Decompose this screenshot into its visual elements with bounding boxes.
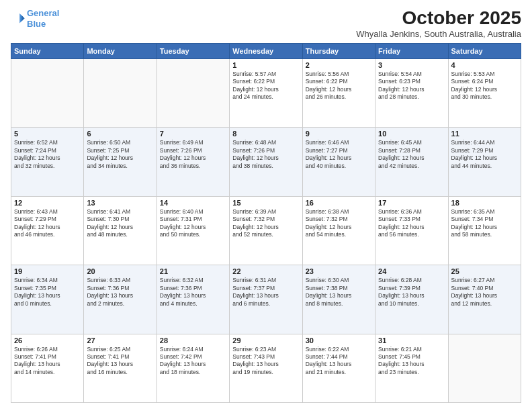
calendar-week-row: 19Sunrise: 6:34 AM Sunset: 7:35 PM Dayli… (11, 265, 521, 334)
day-info: Sunrise: 6:44 AM Sunset: 7:29 PM Dayligh… (451, 139, 518, 170)
day-number: 9 (306, 130, 372, 138)
calendar-cell: 24Sunrise: 6:28 AM Sunset: 7:39 PM Dayli… (375, 265, 448, 334)
calendar-week-row: 5Sunrise: 6:52 AM Sunset: 7:24 PM Daylig… (11, 128, 521, 196)
day-info: Sunrise: 6:30 AM Sunset: 7:38 PM Dayligh… (306, 277, 372, 308)
weekday-header-row: SundayMondayTuesdayWednesdayThursdayFrid… (11, 43, 521, 58)
location-subtitle: Whyalla Jenkins, South Australia, Austra… (356, 29, 521, 39)
day-number: 15 (232, 199, 299, 207)
logo-general: General (27, 8, 59, 18)
day-info: Sunrise: 6:26 AM Sunset: 7:41 PM Dayligh… (14, 346, 81, 377)
calendar-cell: 6Sunrise: 6:50 AM Sunset: 7:25 PM Daylig… (84, 128, 157, 196)
day-info: Sunrise: 6:41 AM Sunset: 7:30 PM Dayligh… (87, 208, 153, 239)
calendar-cell: 5Sunrise: 6:52 AM Sunset: 7:24 PM Daylig… (11, 128, 84, 196)
month-title: October 2025 (356, 8, 521, 29)
calendar-cell: 3Sunrise: 5:54 AM Sunset: 6:23 PM Daylig… (375, 58, 448, 127)
day-info: Sunrise: 6:31 AM Sunset: 7:37 PM Dayligh… (232, 277, 299, 308)
calendar-cell: 2Sunrise: 5:56 AM Sunset: 6:22 PM Daylig… (302, 58, 375, 127)
calendar-cell: 29Sunrise: 6:23 AM Sunset: 7:43 PM Dayli… (230, 334, 302, 402)
calendar-cell: 7Sunrise: 6:49 AM Sunset: 7:26 PM Daylig… (157, 128, 229, 196)
calendar-cell: 22Sunrise: 6:31 AM Sunset: 7:37 PM Dayli… (230, 265, 302, 334)
calendar-week-row: 26Sunrise: 6:26 AM Sunset: 7:41 PM Dayli… (11, 334, 521, 402)
calendar-week-row: 1Sunrise: 5:57 AM Sunset: 6:22 PM Daylig… (11, 58, 521, 127)
calendar-cell: 10Sunrise: 6:45 AM Sunset: 7:28 PM Dayli… (375, 128, 448, 196)
day-info: Sunrise: 6:36 AM Sunset: 7:33 PM Dayligh… (378, 208, 445, 239)
day-info: Sunrise: 6:52 AM Sunset: 7:24 PM Dayligh… (14, 139, 81, 170)
day-info: Sunrise: 6:23 AM Sunset: 7:43 PM Dayligh… (232, 346, 299, 377)
calendar-week-row: 12Sunrise: 6:43 AM Sunset: 7:29 PM Dayli… (11, 196, 521, 265)
day-info: Sunrise: 6:21 AM Sunset: 7:45 PM Dayligh… (378, 346, 445, 377)
weekday-header-saturday: Saturday (448, 43, 521, 58)
logo: General Blue (11, 8, 59, 29)
day-info: Sunrise: 6:28 AM Sunset: 7:39 PM Dayligh… (378, 277, 445, 308)
calendar-cell: 16Sunrise: 6:38 AM Sunset: 7:32 PM Dayli… (302, 196, 375, 265)
day-number: 30 (306, 336, 372, 345)
day-number: 14 (160, 199, 226, 207)
day-info: Sunrise: 6:46 AM Sunset: 7:27 PM Dayligh… (306, 139, 372, 170)
day-number: 19 (14, 267, 81, 275)
day-number: 16 (306, 199, 372, 207)
weekday-header-tuesday: Tuesday (157, 43, 229, 58)
day-info: Sunrise: 6:50 AM Sunset: 7:25 PM Dayligh… (87, 139, 153, 170)
day-number: 6 (87, 130, 153, 138)
day-info: Sunrise: 6:43 AM Sunset: 7:29 PM Dayligh… (14, 208, 81, 239)
day-info: Sunrise: 6:38 AM Sunset: 7:32 PM Dayligh… (306, 208, 372, 239)
day-info: Sunrise: 5:53 AM Sunset: 6:24 PM Dayligh… (451, 71, 518, 101)
day-number: 3 (378, 61, 445, 69)
day-number: 2 (306, 61, 372, 69)
day-number: 8 (232, 130, 299, 138)
day-number: 13 (87, 199, 153, 207)
day-info: Sunrise: 6:33 AM Sunset: 7:36 PM Dayligh… (87, 277, 153, 308)
day-info: Sunrise: 5:57 AM Sunset: 6:22 PM Dayligh… (232, 71, 299, 101)
day-number: 12 (14, 199, 81, 207)
day-number: 11 (451, 130, 518, 138)
title-section: October 2025 Whyalla Jenkins, South Aust… (356, 8, 521, 39)
day-number: 5 (14, 130, 81, 138)
logo-blue: Blue (27, 19, 46, 29)
logo-text: General Blue (27, 8, 59, 29)
calendar-cell: 20Sunrise: 6:33 AM Sunset: 7:36 PM Dayli… (84, 265, 157, 334)
calendar-cell: 9Sunrise: 6:46 AM Sunset: 7:27 PM Daylig… (302, 128, 375, 196)
day-info: Sunrise: 6:34 AM Sunset: 7:35 PM Dayligh… (14, 277, 81, 308)
calendar-cell: 15Sunrise: 6:39 AM Sunset: 7:32 PM Dayli… (230, 196, 302, 265)
calendar-cell (157, 58, 229, 127)
day-info: Sunrise: 6:25 AM Sunset: 7:41 PM Dayligh… (87, 346, 153, 377)
calendar-cell: 4Sunrise: 5:53 AM Sunset: 6:24 PM Daylig… (448, 58, 521, 127)
calendar-cell (448, 334, 521, 402)
page: General Blue October 2025 Whyalla Jenkin… (0, 0, 532, 411)
day-number: 1 (232, 61, 299, 69)
day-info: Sunrise: 6:49 AM Sunset: 7:26 PM Dayligh… (160, 139, 226, 170)
day-info: Sunrise: 5:54 AM Sunset: 6:23 PM Dayligh… (378, 71, 445, 101)
calendar-cell: 23Sunrise: 6:30 AM Sunset: 7:38 PM Dayli… (302, 265, 375, 334)
calendar-cell: 13Sunrise: 6:41 AM Sunset: 7:30 PM Dayli… (84, 196, 157, 265)
calendar-cell: 17Sunrise: 6:36 AM Sunset: 7:33 PM Dayli… (375, 196, 448, 265)
day-info: Sunrise: 6:22 AM Sunset: 7:44 PM Dayligh… (306, 346, 372, 377)
calendar-cell: 1Sunrise: 5:57 AM Sunset: 6:22 PM Daylig… (230, 58, 302, 127)
calendar-cell: 19Sunrise: 6:34 AM Sunset: 7:35 PM Dayli… (11, 265, 84, 334)
day-number: 25 (451, 267, 518, 275)
day-number: 10 (378, 130, 445, 138)
calendar-cell: 12Sunrise: 6:43 AM Sunset: 7:29 PM Dayli… (11, 196, 84, 265)
calendar-cell (84, 58, 157, 127)
day-number: 18 (451, 199, 518, 207)
calendar-cell (11, 58, 84, 127)
calendar-cell: 25Sunrise: 6:27 AM Sunset: 7:40 PM Dayli… (448, 265, 521, 334)
calendar-table: SundayMondayTuesdayWednesdayThursdayFrid… (11, 43, 521, 403)
calendar-cell: 30Sunrise: 6:22 AM Sunset: 7:44 PM Dayli… (302, 334, 375, 402)
logo-icon (11, 11, 26, 26)
day-number: 4 (451, 61, 518, 69)
day-info: Sunrise: 6:45 AM Sunset: 7:28 PM Dayligh… (378, 139, 445, 170)
calendar-cell: 18Sunrise: 6:35 AM Sunset: 7:34 PM Dayli… (448, 196, 521, 265)
day-number: 24 (378, 267, 445, 275)
weekday-header-monday: Monday (84, 43, 157, 58)
header: General Blue October 2025 Whyalla Jenkin… (11, 8, 521, 39)
day-info: Sunrise: 6:40 AM Sunset: 7:31 PM Dayligh… (160, 208, 226, 239)
day-number: 26 (14, 336, 81, 345)
calendar-cell: 14Sunrise: 6:40 AM Sunset: 7:31 PM Dayli… (157, 196, 229, 265)
calendar-cell: 26Sunrise: 6:26 AM Sunset: 7:41 PM Dayli… (11, 334, 84, 402)
day-number: 23 (306, 267, 372, 275)
day-info: Sunrise: 6:39 AM Sunset: 7:32 PM Dayligh… (232, 208, 299, 239)
day-number: 17 (378, 199, 445, 207)
calendar-cell: 11Sunrise: 6:44 AM Sunset: 7:29 PM Dayli… (448, 128, 521, 196)
calendar-cell: 21Sunrise: 6:32 AM Sunset: 7:36 PM Dayli… (157, 265, 229, 334)
weekday-header-sunday: Sunday (11, 43, 84, 58)
